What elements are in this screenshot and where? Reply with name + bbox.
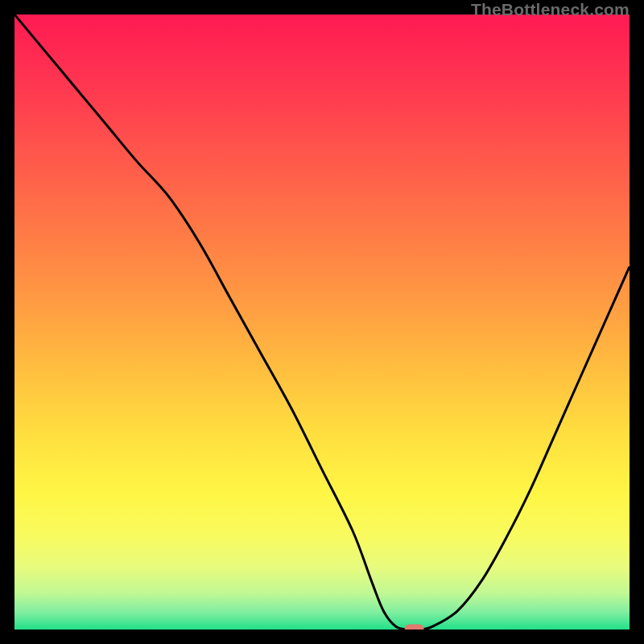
- bottleneck-curve: [14, 14, 630, 630]
- chart-frame: TheBottleneck.com: [0, 0, 644, 644]
- minimum-marker: [405, 625, 424, 630]
- curve-layer: [14, 14, 630, 630]
- watermark-text: TheBottleneck.com: [471, 0, 630, 19]
- plot-area: [14, 14, 630, 630]
